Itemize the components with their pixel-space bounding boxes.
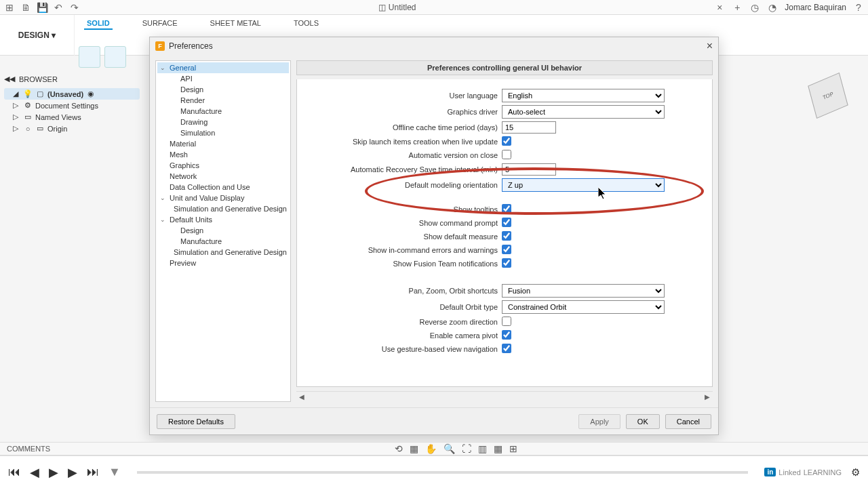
tab-sheet-metal[interactable]: SHEET METAL [208, 18, 264, 30]
file-icon[interactable]: 🗎 [20, 2, 31, 13]
bulb-icon[interactable]: 💡 [23, 89, 33, 98]
expand-icon[interactable]: ⌄ [160, 64, 167, 71]
tree-node-general[interactable]: ⌄General [157, 62, 289, 73]
browser-label: BROWSER [19, 75, 58, 83]
label-fusion-team: Show Fusion Team notifications [305, 260, 502, 268]
viewport-icon[interactable]: ⊞ [509, 443, 517, 454]
check-reverse-zoom[interactable] [502, 317, 511, 326]
tree-node-manufacture[interactable]: Manufacture [157, 106, 289, 117]
browser-panel-header[interactable]: ◀◀ BROWSER [4, 75, 140, 83]
tree-node-drawing[interactable]: Drawing [157, 117, 289, 127]
browser-item-origin[interactable]: ▷ ○ ▭ Origin [4, 123, 140, 134]
tree-node-api[interactable]: API [157, 73, 289, 84]
collapse-icon[interactable]: ◀◀ [4, 75, 15, 83]
check-errors[interactable] [502, 245, 511, 254]
tree-node-graphics[interactable]: Graphics [157, 160, 289, 171]
check-skip-launch[interactable] [502, 136, 511, 146]
workspace-switcher[interactable]: DESIGN ▾ [0, 15, 75, 56]
pan-icon[interactable]: ✋ [425, 443, 437, 454]
extrude-tool-icon[interactable] [104, 46, 126, 68]
fit-icon[interactable]: ⛶ [462, 443, 471, 454]
apply-button[interactable]: Apply [578, 414, 620, 429]
scroll-right-icon[interactable]: ▶ [702, 393, 713, 401]
tree-node-data-collection-and-use[interactable]: Data Collection and Use [157, 182, 289, 192]
tree-node-simulation[interactable]: Simulation [157, 127, 289, 138]
expand-icon[interactable]: ▷ [11, 124, 20, 133]
tab-surface[interactable]: SURFACE [140, 18, 180, 30]
player-track[interactable] [137, 471, 749, 474]
skip-back-icon[interactable]: ⏮ [8, 465, 20, 479]
input-offline-cache[interactable] [502, 121, 556, 134]
tree-node-mesh[interactable]: Mesh [157, 149, 289, 160]
select-orbit-type[interactable]: Constrained Orbit [502, 300, 665, 314]
input-recovery[interactable] [502, 163, 556, 176]
skip-fwd-icon[interactable]: ⏭ [87, 465, 99, 479]
tab-tools[interactable]: TOOLS [291, 18, 321, 30]
close-tab-icon[interactable]: × [714, 2, 725, 13]
check-tooltips[interactable] [502, 204, 511, 214]
tree-node-design[interactable]: Design [157, 225, 289, 236]
select-user-language[interactable]: English [502, 89, 665, 102]
horizontal-scrollbar[interactable]: ◀ ▶ [296, 391, 713, 402]
user-name[interactable]: Jomarc Baquiran [785, 3, 846, 12]
expand-icon[interactable]: ▷ [11, 101, 20, 110]
save-icon[interactable]: 💾 [37, 2, 47, 13]
look-icon[interactable]: ▦ [410, 443, 418, 454]
select-modeling-orientation[interactable]: Z up [502, 178, 665, 192]
bulb-off-icon[interactable]: ○ [23, 125, 33, 133]
cube-face[interactable]: TOP [808, 73, 848, 119]
zoom-icon[interactable]: 🔍 [443, 443, 455, 454]
tree-node-manufacture[interactable]: Manufacture [157, 236, 289, 247]
tree-node-render[interactable]: Render [157, 95, 289, 106]
select-pan-zoom[interactable]: Fusion [502, 284, 665, 298]
tree-node-simulation-and-generative-design[interactable]: Simulation and Generative Design [157, 247, 289, 258]
expand-icon[interactable]: ▷ [11, 113, 20, 121]
notification-icon[interactable]: ◔ [767, 2, 778, 13]
browser-item-named-views[interactable]: ▷ ▭ Named Views [4, 111, 140, 123]
view-cube[interactable]: TOP [807, 75, 854, 122]
check-camera-pivot[interactable] [502, 330, 511, 340]
play-icon[interactable]: ▶ [49, 465, 58, 480]
expand-icon[interactable]: ⌄ [160, 195, 167, 201]
browser-root[interactable]: ◢ 💡 ▢ (Unsaved) ◉ [4, 88, 140, 100]
next-icon[interactable]: ▶ [68, 465, 77, 480]
ok-button[interactable]: OK [626, 414, 660, 429]
settings-icon[interactable]: ⚙ [851, 466, 860, 479]
check-auto-version[interactable] [502, 150, 511, 159]
redo-icon[interactable]: ↷ [69, 2, 80, 13]
tree-node-design[interactable]: Design [157, 84, 289, 95]
tree-node-material[interactable]: Material [157, 138, 289, 149]
radio-icon[interactable]: ◉ [86, 89, 96, 98]
orbit-icon[interactable]: ⟲ [395, 443, 403, 454]
browser-item-doc-settings[interactable]: ▷ ⚙ Document Settings [4, 100, 140, 111]
grid-icon[interactable]: ⊞ [4, 2, 15, 13]
restore-defaults-button[interactable]: Restore Defaults [157, 414, 235, 429]
select-graphics-driver[interactable]: Auto-select [502, 105, 665, 119]
preferences-tree[interactable]: ⌄GeneralAPIDesignRenderManufactureDrawin… [155, 60, 291, 402]
comments-label[interactable]: COMMENTS [7, 445, 50, 453]
help-icon[interactable]: ? [853, 2, 864, 13]
tree-node-simulation-and-generative-design[interactable]: Simulation and Generative Design [157, 203, 289, 214]
tree-node-preview[interactable]: Preview [157, 258, 289, 268]
undo-icon[interactable]: ↶ [53, 2, 64, 13]
tree-node-unit-and-value-display[interactable]: ⌄Unit and Value Display [157, 192, 289, 203]
add-tab-icon[interactable]: + [732, 2, 743, 13]
expand-icon[interactable]: ⌄ [160, 216, 167, 223]
check-cmd-prompt[interactable] [502, 218, 511, 227]
tree-node-default-units[interactable]: ⌄Default Units [157, 214, 289, 225]
scroll-left-icon[interactable]: ◀ [296, 393, 307, 401]
tab-solid[interactable]: SOLID [84, 18, 113, 30]
prev-icon[interactable]: ◀ [30, 465, 39, 480]
grid-settings-icon[interactable]: ▦ [494, 443, 502, 454]
sketch-tool-icon[interactable] [79, 46, 100, 68]
display-icon[interactable]: ▥ [478, 443, 487, 454]
document-tab[interactable]: ◫ Untitled [85, 3, 709, 12]
extensions-icon[interactable]: ◷ [749, 2, 760, 13]
marker-icon[interactable]: ▼ [108, 465, 121, 479]
check-fusion-team[interactable] [502, 258, 511, 268]
close-icon[interactable]: × [707, 40, 713, 52]
check-gesture-nav[interactable] [502, 344, 511, 353]
cancel-button[interactable]: Cancel [665, 414, 711, 429]
tree-node-network[interactable]: Network [157, 171, 289, 182]
check-default-measure[interactable] [502, 231, 511, 241]
